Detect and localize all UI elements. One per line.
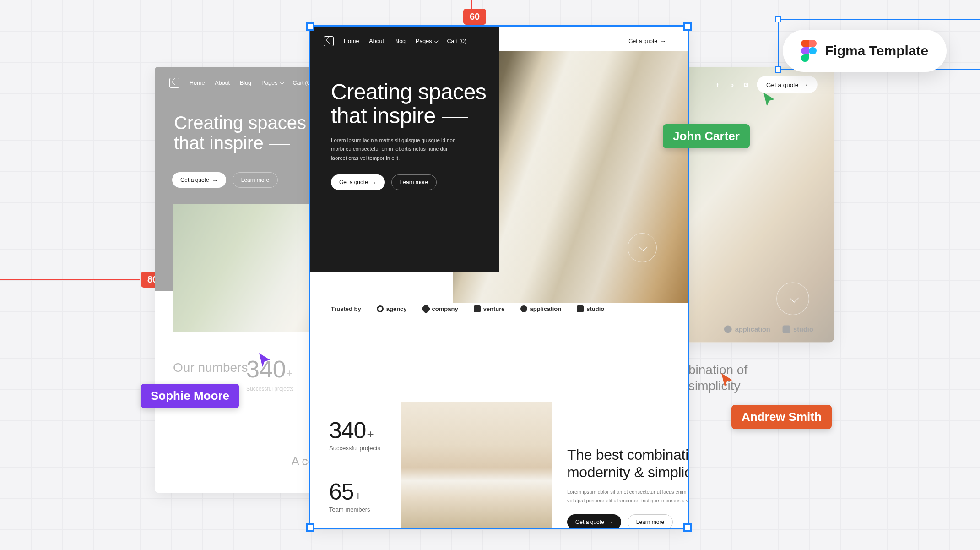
- stat-label: Successful projects: [246, 386, 293, 392]
- linkedin-icon[interactable]: in: [607, 38, 614, 44]
- stat-number: 340+: [329, 417, 380, 444]
- nav-bar: Home About Blog Pages Cart (0) f p ⊡ in …: [309, 25, 689, 57]
- about-desc: Lorem ipsum dolor sit amet consectetur u…: [567, 488, 689, 506]
- hero-description: Lorem ipsum lacinia mattis sit quisque q…: [331, 136, 464, 163]
- pinterest-icon[interactable]: p: [728, 81, 736, 88]
- scroll-down-icon[interactable]: [628, 233, 657, 262]
- figma-pill-label: Figma Template: [825, 43, 928, 59]
- facebook-icon[interactable]: f: [714, 81, 721, 88]
- trusted-by-row: Trusted by agency company venture applic…: [309, 305, 689, 312]
- scroll-down-icon[interactable]: [776, 282, 809, 315]
- brand-application: application: [520, 305, 562, 312]
- get-quote-button[interactable]: Get a quote: [567, 514, 621, 529]
- stats-block: 340+ Successful projects 65+ Team member…: [329, 417, 380, 529]
- measurement-top: 60: [463, 9, 486, 25]
- hero-panel: Creating spaces that inspire Lorem ipsum…: [309, 25, 499, 272]
- collaborator-name-tag: Andrew Smith: [731, 405, 832, 429]
- brand-venture: venture: [474, 305, 505, 312]
- brand-studio: studio: [577, 305, 604, 312]
- nav-cart[interactable]: Cart (0): [447, 38, 466, 44]
- instagram-icon[interactable]: ⊡: [743, 81, 750, 88]
- stat-label: Successful projects: [329, 445, 380, 452]
- nav-about[interactable]: About: [369, 38, 384, 44]
- get-quote-button[interactable]: Get a quote: [620, 33, 674, 49]
- nav-blog[interactable]: Blog: [240, 80, 251, 86]
- resize-handle-bl[interactable]: [775, 66, 781, 73]
- collaborator-john: John Carter: [663, 124, 750, 148]
- nav-home[interactable]: Home: [190, 80, 205, 86]
- learn-more-button[interactable]: Learn more: [233, 172, 278, 188]
- artboard-main[interactable]: Creating spaces that inspire Lorem ipsum…: [309, 25, 689, 529]
- collaborator-andrew: Andrew Smith: [731, 405, 832, 429]
- pinterest-icon[interactable]: p: [582, 38, 588, 44]
- stat-label: Team members: [329, 506, 380, 513]
- logo-icon: [324, 36, 334, 46]
- about-section: The best combination of modernity & simp…: [567, 447, 689, 529]
- trusted-label: Trusted by: [331, 305, 361, 312]
- stat-number: 65+: [329, 479, 380, 505]
- nav-home[interactable]: Home: [344, 38, 359, 44]
- logo-icon: [169, 78, 179, 88]
- kitchen-image: [401, 402, 552, 529]
- resize-handle-tl[interactable]: [775, 16, 781, 22]
- about-heading: The best combination of modernity & simp…: [567, 447, 689, 481]
- nav-pages[interactable]: Pages: [416, 38, 437, 44]
- collaborator-name-tag: John Carter: [663, 124, 750, 148]
- our-numbers-label: Our numbers: [173, 360, 248, 376]
- facebook-icon[interactable]: f: [569, 38, 575, 44]
- get-quote-button[interactable]: Get a quote: [331, 174, 385, 190]
- brand-company: company: [422, 305, 458, 312]
- hero-title: Creating spaces that inspire: [331, 80, 499, 128]
- collaborator-sophie: Sophie Moore: [141, 384, 239, 408]
- learn-more-button[interactable]: Learn more: [391, 174, 437, 190]
- brand-agency: agency: [377, 305, 407, 312]
- instagram-icon[interactable]: ⊡: [595, 38, 601, 44]
- nav-blog[interactable]: Blog: [394, 38, 406, 44]
- figma-logo-icon: [801, 40, 817, 62]
- figma-template-pill[interactable]: Figma Template: [783, 30, 947, 72]
- horizontal-guide: [0, 279, 140, 280]
- nav-about[interactable]: About: [215, 80, 230, 86]
- get-quote-button[interactable]: Get a quote: [757, 76, 818, 93]
- partial-heading: bination ofsimplicity: [688, 362, 747, 394]
- learn-more-button[interactable]: Learn more: [628, 514, 673, 529]
- nav-pages[interactable]: Pages: [261, 80, 282, 86]
- collaborator-name-tag: Sophie Moore: [141, 384, 239, 408]
- get-quote-button[interactable]: Get a quote: [172, 172, 226, 188]
